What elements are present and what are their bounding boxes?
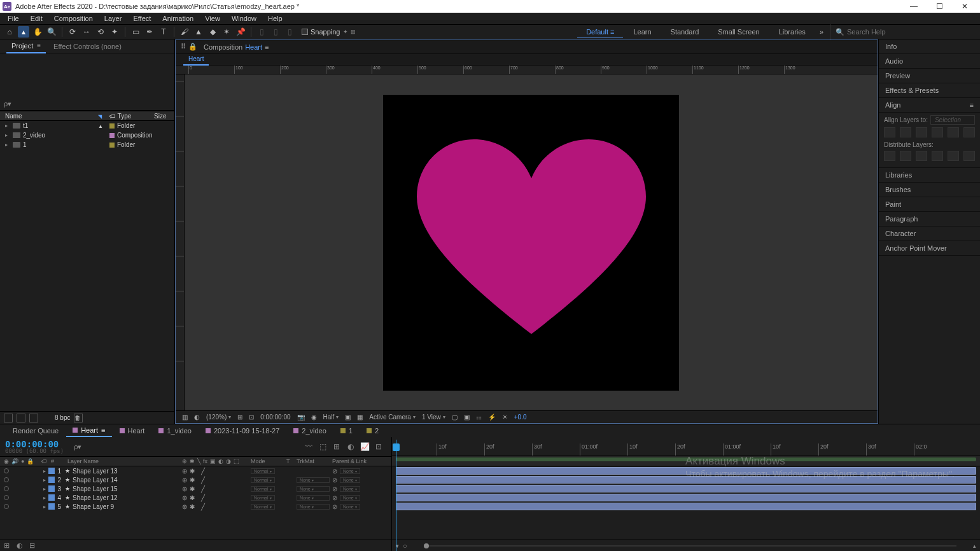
interpret-footage-icon[interactable] [4,414,13,422]
workspace-learn[interactable]: Learn [624,26,660,38]
layer-bar[interactable] [392,475,980,484]
pan-tool-icon[interactable]: ↔ [81,26,92,38]
timeline-tab[interactable]: 2 [360,425,385,436]
eraser-tool-icon[interactable]: ◆ [207,26,218,38]
project-search[interactable]: ρ▾ [0,98,174,111]
timeline-tab[interactable]: 2023-11-09 15-18-27 [199,425,286,436]
timeline-tab[interactable]: Render Queue [6,425,65,436]
heart-shape[interactable] [417,134,646,351]
puppet-tool-icon[interactable]: 📌 [235,26,246,38]
camera-dropdown[interactable]: Active Camera▾ [368,414,417,421]
col-layer-name[interactable]: Layer Name [64,458,178,464]
zoom-in-icon[interactable]: ▴ [973,543,976,549]
anchor-tool-icon[interactable]: ✦ [109,26,120,38]
dist-4-button[interactable] [932,151,943,161]
layer-row[interactable]: ▸2 ★Shape Layer 14 ⊕✱╱ Normal ▾ None ▾ ⊘… [0,475,391,484]
time-display[interactable]: 0:00:00:00 [259,414,291,421]
align-menu-icon[interactable]: ≡ [970,101,974,109]
draft3d-icon[interactable]: ⬚ [318,442,328,452]
align-bottom-button[interactable] [963,127,975,137]
menu-effect[interactable]: Effect [128,13,156,24]
panel-paint[interactable]: Paint [879,197,980,212]
hand-tool-icon[interactable]: ✋ [32,26,43,38]
time-ruler[interactable]: 10f20f30f01:00f10f20f01:00f10f20f30f02:0 [392,437,980,456]
dist-5-button[interactable] [948,151,959,161]
snapping-toggle[interactable]: Snapping ✦ ⊞ [302,28,356,36]
rotate-tool-icon[interactable]: ⟲ [95,26,106,38]
dist-2-button[interactable] [900,151,911,161]
layer-row[interactable]: ▸5 ★Shape Layer 9 ⊕✱╱ Normal ▾ None ▾ ⊘N… [0,502,391,511]
channel-icon[interactable]: ◐ [193,414,201,421]
panel-menu-icon[interactable]: ≡ [265,43,269,51]
panel-grip-icon[interactable]: ⠿ [181,43,186,51]
toggle-modes-icon[interactable]: ◐ [17,541,25,550]
col-mode[interactable]: Mode [248,458,286,464]
tl-tool-6[interactable]: ⊡ [374,442,384,452]
panel-character[interactable]: Character [879,227,980,241]
exposure-value[interactable]: +0.0 [513,414,528,421]
align-target-dropdown[interactable]: Selection [930,115,975,125]
resolution-icon[interactable]: ⊞ [236,414,244,421]
align-left-button[interactable] [884,127,895,137]
help-search-input[interactable] [847,28,971,36]
window-maximize-button[interactable]: ☐ [927,0,952,13]
view-icon-3[interactable]: ⚏ [475,414,483,421]
new-comp-icon[interactable] [17,414,25,422]
work-area-bar[interactable] [392,456,980,466]
effect-controls-tab[interactable]: Effect Controls (none) [48,40,127,53]
roi-icon[interactable]: ▣ [344,414,352,421]
rectangle-tool-icon[interactable]: ▭ [130,26,141,38]
transparency-grid-icon[interactable]: ▦ [356,414,364,421]
view-icon-1[interactable]: ▢ [451,414,459,421]
project-tab[interactable]: Project≡ [6,39,46,53]
layer-row[interactable]: ▸3 ★Shape Layer 15 ⊕✱╱ Normal ▾ None ▾ ⊘… [0,484,391,493]
menu-layer[interactable]: Layer [99,13,127,24]
motion-blur-icon[interactable]: ◐ [346,442,356,452]
exposure-icon[interactable]: ☀ [501,414,509,421]
fast-preview-icon[interactable]: ⚡ [487,414,497,421]
view-dropdown[interactable]: 1 View▾ [421,414,447,421]
project-item[interactable]: ▸t1 ▲ Folder [0,121,174,130]
dist-3-button[interactable] [916,151,927,161]
align-hcenter-button[interactable] [900,127,911,137]
flowchart-tab[interactable]: Heart [183,53,209,66]
panel-anchor-point-mover[interactable]: Anchor Point Mover [879,241,980,256]
graph-editor-icon[interactable]: 📈 [360,442,370,452]
zoom-slider-thumb[interactable] [424,543,429,548]
menu-file[interactable]: File [3,13,24,24]
help-search[interactable]: 🔍 [830,24,976,39]
col-parent[interactable]: Parent & Link [330,458,381,464]
panel-paragraph[interactable]: Paragraph [879,212,980,227]
col-trkmat[interactable]: TrkMat [294,458,330,464]
workspace-more-icon[interactable]: » [816,26,827,38]
roto-tool-icon[interactable]: ✶ [221,26,232,38]
align-vcenter-button[interactable] [948,127,959,137]
playhead[interactable] [396,440,396,551]
home-tool-icon[interactable]: ⌂ [4,26,15,38]
bpc-label[interactable]: 8 bpc [55,414,70,421]
shy-icon[interactable]: 〰 [304,442,314,452]
adjust-icon[interactable] [42,414,51,422]
workspace-default[interactable]: Default ≡ [577,26,623,38]
selection-tool-icon[interactable]: ▴ [18,26,29,38]
col-size[interactable]: Size [154,113,174,120]
composition-canvas[interactable] [383,95,679,391]
menu-help[interactable]: Help [263,13,288,24]
menu-composition[interactable]: Composition [49,13,98,24]
magnification-icon[interactable]: ▥ [181,414,189,421]
brush-tool-icon[interactable]: 🖌 [179,26,190,38]
new-folder-icon[interactable] [29,414,38,422]
align-right-button[interactable] [916,127,927,137]
window-minimize-button[interactable]: — [901,0,927,13]
timeline-tab[interactable]: 1 [334,425,359,436]
layer-bar[interactable] [392,502,980,511]
timeline-search-input[interactable] [81,443,145,450]
panel-preview[interactable]: Preview [879,69,980,83]
workspace-small[interactable]: Small Screen [709,26,768,38]
panel-lock-icon[interactable]: 🔒 [188,43,197,51]
panel-brushes[interactable]: Brushes [879,183,980,197]
window-close-button[interactable]: ✕ [952,0,977,13]
panel-audio[interactable]: Audio [879,54,980,69]
toggle-switches-icon[interactable]: ⊞ [4,541,13,550]
project-item[interactable]: ▸2_video Composition [0,130,174,140]
